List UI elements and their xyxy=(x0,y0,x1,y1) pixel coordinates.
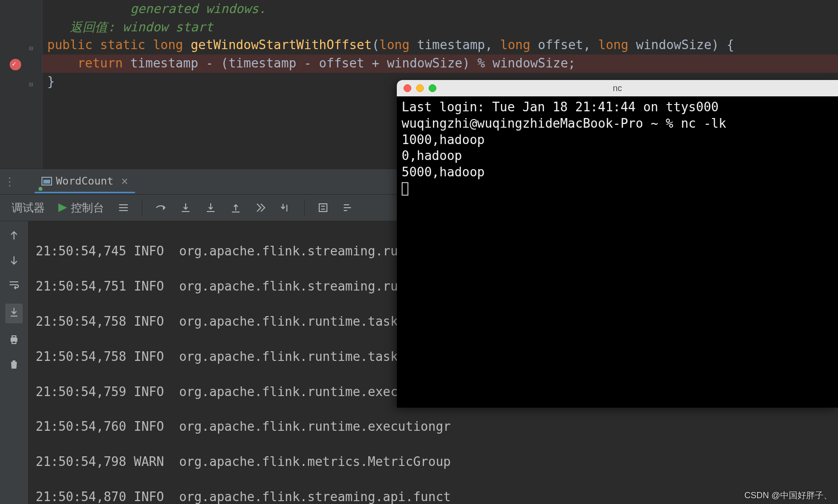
console-sidebar xyxy=(0,221,28,504)
terminal-line: 1000,hadoop xyxy=(402,132,833,148)
trace-icon[interactable] xyxy=(342,202,354,213)
cursor-icon xyxy=(402,182,408,196)
drop-frame-icon[interactable] xyxy=(255,202,267,213)
watermark: CSDN @中国好胖子、 xyxy=(744,490,832,501)
log-line: 21:50:54,798 WARN org.apache.flink.metri… xyxy=(36,453,830,470)
step-into-icon[interactable] xyxy=(180,202,191,213)
breakpoint-line: return timestamp - (timestamp - offset +… xyxy=(0,54,838,73)
debugger-tab[interactable]: 调试器 xyxy=(12,200,45,215)
console-tab[interactable]: 控制台 xyxy=(58,200,104,215)
terminal-line: Last login: Tue Jan 18 21:41:44 on ttys0… xyxy=(402,99,833,116)
javadoc-return: 返回值: window start xyxy=(47,20,213,34)
run-tab-label: WordCount xyxy=(56,175,113,187)
minimize-window-icon[interactable] xyxy=(416,84,424,92)
svg-rect-14 xyxy=(12,336,16,338)
log-line: 21:50:54,760 INFO org.apache.flink.runti… xyxy=(36,418,830,435)
maximize-window-icon[interactable] xyxy=(429,84,436,92)
log-line: 21:50:54,870 INFO org.apache.flink.strea… xyxy=(36,488,830,504)
close-window-icon[interactable] xyxy=(404,84,411,92)
clear-icon[interactable] xyxy=(8,358,20,372)
running-indicator-icon xyxy=(39,187,42,191)
svg-rect-15 xyxy=(12,341,16,344)
run-config-icon xyxy=(41,177,52,186)
run-to-cursor-icon[interactable] xyxy=(280,202,292,213)
scroll-up-icon[interactable] xyxy=(8,230,20,244)
scroll-down-icon[interactable] xyxy=(8,254,20,268)
print-icon[interactable] xyxy=(8,334,20,348)
divider xyxy=(304,199,305,216)
threads-icon[interactable] xyxy=(118,202,129,213)
window-controls xyxy=(404,84,436,92)
panel-menu-icon[interactable]: ⋮ xyxy=(4,175,15,188)
evaluate-icon[interactable] xyxy=(317,202,329,213)
breakpoint-icon[interactable] xyxy=(10,59,21,70)
terminal-prompt: wuqingzhi@wuqingzhideMacBook-Pro ~ % nc … xyxy=(402,116,833,132)
terminal-titlebar[interactable]: nc xyxy=(397,80,838,96)
divider xyxy=(142,199,142,216)
terminal-window[interactable]: nc Last login: Tue Jan 18 21:41:44 on tt… xyxy=(397,80,838,408)
svg-rect-7 xyxy=(319,204,327,212)
terminal-line: 5000,hadoop xyxy=(402,164,833,181)
close-icon[interactable]: × xyxy=(121,174,128,188)
terminal-body[interactable]: Last login: Tue Jan 18 21:41:44 on ttys0… xyxy=(397,96,838,200)
soft-wrap-icon[interactable] xyxy=(8,279,20,293)
scroll-to-end-icon[interactable] xyxy=(5,304,23,323)
terminal-title: nc xyxy=(613,83,622,93)
editor-gutter: ⊟ ⊟ xyxy=(0,0,42,169)
terminal-line: 0,hadoop xyxy=(402,148,833,164)
force-step-into-icon[interactable] xyxy=(205,202,216,213)
fold-icon[interactable]: ⊟ xyxy=(29,80,37,87)
run-tab-wordcount[interactable]: WordCount × xyxy=(35,171,135,193)
step-out-icon[interactable] xyxy=(230,202,242,213)
step-over-icon[interactable] xyxy=(155,202,166,213)
javadoc-line: generated windows. xyxy=(47,1,266,16)
method-name: getWindowStartWithOffset xyxy=(190,38,372,52)
fold-icon[interactable]: ⊟ xyxy=(29,43,37,51)
play-icon xyxy=(58,203,67,212)
